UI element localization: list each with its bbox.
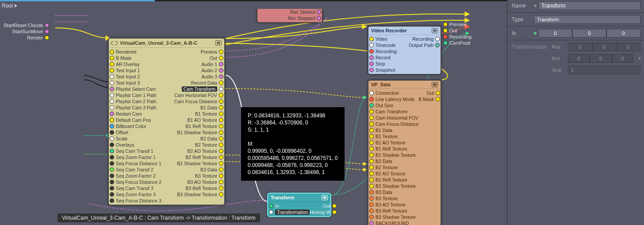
port-dot[interactable] — [369, 103, 374, 108]
port-dot[interactable] — [369, 215, 374, 219]
port-dot[interactable] — [369, 171, 374, 176]
port-dot[interactable] — [332, 204, 337, 208]
hamburger-icon[interactable] — [322, 195, 328, 200]
node-transform[interactable]: Transform InTransformation OutHomog W — [267, 193, 331, 217]
port-dot[interactable] — [219, 167, 223, 172]
port-dot[interactable] — [110, 174, 114, 178]
port-dot[interactable] — [219, 81, 223, 85]
node-video-recorder[interactable]: Video Recorder VideoTimecodeRecordingRec… — [368, 26, 441, 75]
port-dot[interactable] — [369, 49, 374, 54]
port-dot[interactable] — [110, 99, 114, 104]
port-dot[interactable] — [219, 143, 223, 147]
port-dot[interactable] — [369, 196, 374, 201]
port-dot[interactable] — [219, 50, 223, 54]
port-dot[interactable] — [110, 50, 114, 54]
port-dot[interactable] — [110, 149, 114, 153]
port-dot[interactable] — [369, 153, 374, 157]
port-dot[interactable] — [110, 87, 114, 91]
port-dot[interactable] — [219, 180, 223, 184]
node-vp-sets[interactable]: VP_Sets ConnectionLow Latency ModeOut Si… — [368, 80, 441, 225]
port-dot[interactable] — [110, 180, 114, 184]
port-dot[interactable] — [110, 93, 114, 97]
port-dot[interactable] — [436, 91, 440, 95]
port-dot[interactable] — [369, 134, 374, 139]
port-dot[interactable] — [219, 161, 223, 166]
port-dot[interactable] — [369, 159, 374, 163]
port-dot[interactable] — [443, 28, 448, 33]
port-dot[interactable] — [110, 198, 114, 203]
port-dot[interactable] — [436, 97, 440, 101]
port-dot[interactable] — [369, 178, 374, 182]
port-dot[interactable] — [110, 130, 114, 135]
port-dot[interactable] — [369, 109, 374, 114]
port-dot[interactable] — [110, 192, 114, 197]
port-dot[interactable] — [219, 56, 223, 60]
in-x[interactable]: 0 — [538, 29, 572, 38]
port-dot[interactable] — [269, 204, 273, 208]
port-dot[interactable] — [369, 202, 374, 207]
port-dot[interactable] — [219, 155, 223, 159]
port-dot[interactable] — [110, 112, 114, 116]
port-dot[interactable] — [219, 99, 223, 104]
port-dot[interactable] — [369, 221, 374, 225]
in-z[interactable]: 0 — [606, 29, 640, 38]
port-dot[interactable] — [110, 74, 114, 79]
port-dot[interactable] — [435, 43, 440, 47]
port-dot[interactable] — [219, 174, 223, 178]
name-input[interactable] — [538, 1, 640, 10]
port-dot[interactable] — [110, 186, 114, 190]
port-dot[interactable] — [369, 97, 374, 101]
port-dot[interactable] — [369, 116, 374, 120]
port-dot[interactable] — [369, 122, 374, 126]
node-rec-events[interactable]: Rec StartedRec Stopped — [257, 9, 323, 23]
port-dot[interactable] — [369, 184, 374, 188]
port-dot[interactable] — [219, 186, 223, 190]
port-dot[interactable] — [219, 87, 223, 91]
port-dot[interactable] — [110, 56, 114, 60]
port-dot[interactable] — [332, 210, 337, 214]
port-dot[interactable] — [110, 143, 114, 147]
hamburger-icon[interactable] — [432, 82, 438, 87]
port-dot[interactable] — [110, 62, 114, 66]
port-dot[interactable] — [219, 124, 223, 128]
port-dot[interactable] — [443, 41, 448, 45]
port-dot[interactable] — [219, 192, 223, 197]
port-dot[interactable] — [369, 91, 374, 95]
port-dot[interactable] — [269, 210, 273, 214]
port-dot[interactable] — [369, 147, 374, 151]
in-vector[interactable]: 0 0 0 — [538, 29, 640, 38]
port-dot[interactable] — [110, 155, 114, 159]
port-dot[interactable] — [219, 136, 223, 141]
port-dot[interactable] — [219, 105, 223, 110]
port-dot[interactable] — [110, 136, 114, 141]
port-dot[interactable] — [45, 35, 49, 40]
port-dot[interactable] — [369, 55, 374, 60]
port-dot[interactable] — [369, 209, 374, 213]
node-virtualcam[interactable]: VirtualCam_Unreal_3-Cam_A-B-C RenderedB … — [108, 38, 225, 206]
port-dot[interactable] — [110, 167, 114, 172]
in-y[interactable]: 0 — [572, 29, 606, 38]
chevron-down-icon[interactable]: ▾ — [637, 56, 642, 61]
port-dot[interactable] — [219, 93, 223, 97]
port-dot[interactable] — [110, 81, 114, 85]
port-dot[interactable] — [317, 10, 321, 14]
port-dot[interactable] — [110, 105, 114, 110]
port-dot[interactable] — [110, 161, 114, 166]
port-dot[interactable] — [219, 149, 223, 153]
port-dot[interactable] — [443, 22, 448, 27]
port-dot[interactable] — [219, 118, 223, 122]
hamburger-icon[interactable] — [432, 28, 438, 33]
port-dot[interactable] — [369, 128, 374, 132]
port-dot[interactable] — [219, 62, 223, 66]
port-dot[interactable] — [219, 112, 223, 116]
port-dot[interactable] — [369, 140, 374, 145]
port-dot[interactable] — [369, 165, 374, 170]
port-dot[interactable] — [443, 35, 448, 39]
port-dot[interactable] — [317, 16, 321, 20]
port-dot[interactable] — [110, 118, 114, 122]
port-dot[interactable] — [369, 62, 374, 66]
port-dot[interactable] — [435, 37, 440, 41]
port-dot[interactable] — [369, 68, 374, 72]
port-dot[interactable] — [45, 23, 49, 27]
port-dot[interactable] — [110, 68, 114, 73]
